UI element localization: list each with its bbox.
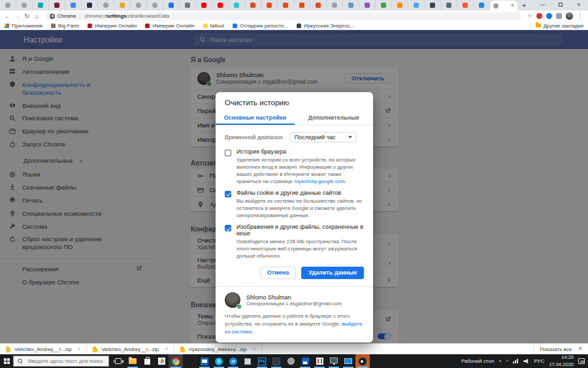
time-range-select[interactable]: Последний час (290, 132, 357, 142)
home-button[interactable]: ⌂ (32, 13, 42, 20)
extension-icon-gray[interactable] (556, 13, 562, 19)
pinned-tab[interactable] (474, 0, 490, 10)
download-item[interactable]: Velichko_Andrey__I...zip^ (87, 344, 174, 354)
pinned-tab[interactable] (343, 0, 359, 10)
pinned-tab[interactable] (327, 0, 343, 10)
taskbar-flag-app[interactable] (312, 354, 327, 368)
download-menu-icon[interactable]: ^ (165, 346, 168, 352)
forward-button[interactable]: → (12, 13, 22, 20)
download-menu-icon[interactable]: ^ (253, 346, 255, 352)
cancel-button[interactable]: Отмена (260, 267, 297, 279)
pinned-tab[interactable] (425, 0, 441, 10)
taskbar-clock[interactable]: 14:20 17.04.2020 (549, 354, 574, 367)
pinned-tab[interactable] (49, 0, 65, 10)
network-icon[interactable] (513, 359, 519, 363)
pinned-tab[interactable] (359, 0, 376, 10)
taskbar-search[interactable] (13, 356, 109, 367)
bookmark-item[interactable]: Империя Онлайн (88, 23, 137, 29)
pinned-tab[interactable] (163, 0, 180, 10)
window-close-button[interactable]: × (570, 0, 588, 9)
taskbar-chrome[interactable] (169, 354, 183, 368)
taskbar-teamviewer[interactable] (226, 354, 240, 368)
pinned-tab[interactable] (114, 0, 131, 10)
taskbar-photoshop[interactable] (255, 354, 269, 368)
pinned-tab[interactable] (147, 0, 163, 10)
bookmark-item[interactable]: Отладчик репосто... (233, 23, 288, 29)
bookmark-star-icon[interactable]: ☆ (527, 13, 532, 19)
pinned-tab[interactable] (310, 0, 327, 10)
volume-icon[interactable] (523, 359, 529, 364)
cache-checkbox[interactable] (225, 225, 231, 231)
browser-menu-icon[interactable]: ⋮ (577, 13, 583, 19)
tab-advanced[interactable]: Дополнительные (295, 111, 374, 125)
taskbar-1c-app[interactable] (298, 354, 312, 368)
pinned-tab[interactable] (392, 0, 408, 10)
taskbar-microsoft-store[interactable] (140, 354, 154, 368)
taskbar-skype[interactable] (212, 354, 226, 368)
other-bookmarks-button[interactable]: Другие закладки (530, 23, 583, 29)
taskbar-blue-pc[interactable] (341, 354, 355, 368)
pinned-tab[interactable] (180, 0, 196, 10)
pinned-tab[interactable] (65, 0, 82, 10)
taskbar-task-view[interactable] (111, 354, 125, 368)
download-item[interactable]: Vyazovskiy_Aleksey...zip^ (174, 344, 262, 354)
pinned-tab[interactable] (278, 0, 294, 10)
myactivity-link[interactable]: myactivity.google.com (294, 178, 345, 184)
download-item[interactable]: Velichko_Andrey__I...zip^ (0, 344, 87, 354)
cookies-checkbox[interactable] (225, 191, 231, 197)
action-center-icon[interactable] (578, 358, 585, 364)
download-menu-icon[interactable]: ^ (78, 346, 81, 352)
taskbar-mail[interactable] (197, 354, 212, 368)
taskbar-3d-viewer[interactable] (240, 354, 255, 368)
pinned-tab[interactable] (98, 0, 114, 10)
pinned-tab[interactable] (457, 0, 474, 10)
show-all-downloads-button[interactable]: Показать все (540, 346, 572, 352)
pinned-tab[interactable] (229, 0, 245, 10)
bookmark-item[interactable]: Иркутская Энергос... (297, 23, 354, 29)
taskbar-remote-pc[interactable] (327, 354, 341, 368)
active-tab[interactable]: × (490, 1, 517, 10)
language-indicator[interactable]: РУС (534, 358, 544, 364)
taskbar-premiere[interactable] (269, 354, 284, 368)
address-bar[interactable]: Chrome chrome://settings/clearBrowserDat… (45, 12, 521, 20)
taskbar-file-explorer[interactable] (125, 354, 140, 368)
pinned-tab[interactable] (82, 0, 98, 10)
taskbar-steam[interactable] (355, 354, 370, 368)
profile-avatar[interactable] (566, 12, 573, 20)
downloads-bar-close-icon[interactable]: × (578, 346, 582, 352)
back-button[interactable]: ← (3, 13, 12, 20)
pinned-tab[interactable] (294, 0, 310, 10)
extension-icon-blue[interactable] (546, 13, 552, 19)
pinned-tab[interactable] (212, 0, 229, 10)
delete-data-button[interactable]: Удалить данные (301, 267, 364, 279)
bookmark-item[interactable]: fallout (203, 23, 224, 29)
pinned-tab[interactable] (261, 0, 278, 10)
taskbar-edge[interactable] (183, 354, 197, 368)
pinned-tab[interactable] (131, 0, 147, 10)
tray-expand-icon[interactable]: ^ (506, 358, 509, 364)
reload-button[interactable]: ↻ (22, 13, 32, 20)
pinned-tab[interactable] (0, 0, 16, 10)
tab-close-icon[interactable]: × (511, 3, 514, 8)
toolbar-overflow-icon[interactable]: » (498, 358, 501, 364)
taskbar-search-input[interactable] (27, 358, 105, 365)
pinned-tab[interactable] (245, 0, 261, 10)
window-minimize-button[interactable]: — (533, 0, 551, 9)
pinned-tab[interactable] (376, 0, 392, 10)
extension-icon-red[interactable] (536, 13, 542, 19)
desktop-toolbar-label[interactable]: Рабочий стол (461, 358, 494, 364)
bookmark-item[interactable]: Приложения (5, 23, 42, 29)
new-tab-button[interactable]: + (522, 2, 526, 9)
pinned-tab[interactable] (196, 0, 212, 10)
window-restore-button[interactable] (551, 0, 570, 9)
bookmark-item[interactable]: Империя Онлайн (145, 23, 194, 29)
history-checkbox[interactable] (225, 150, 231, 156)
pinned-tab[interactable] (33, 0, 49, 10)
taskbar-round-app[interactable] (284, 354, 298, 368)
taskbar-photos[interactable] (154, 354, 169, 368)
tab-basic[interactable]: Основные настройки (216, 111, 295, 125)
pinned-tab[interactable] (408, 0, 425, 10)
pinned-tab[interactable] (441, 0, 457, 10)
bookmark-item[interactable]: Big Farm (51, 23, 79, 29)
start-button[interactable] (0, 354, 13, 368)
